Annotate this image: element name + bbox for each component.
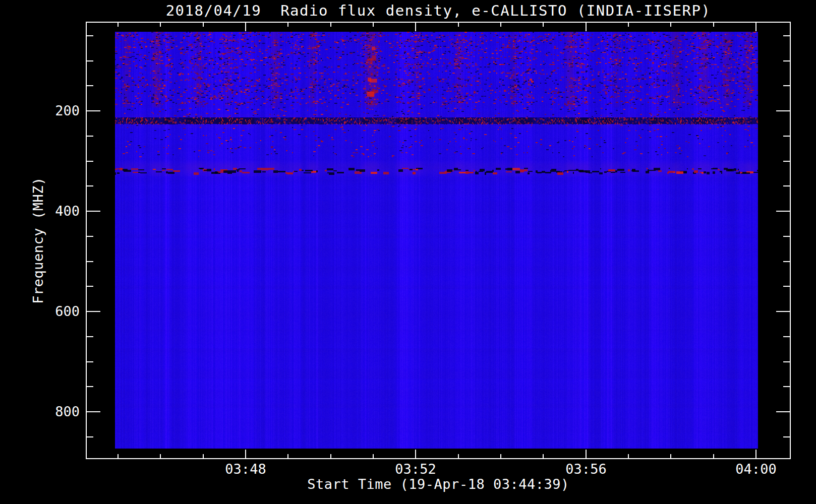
axis-tick [118,22,119,27]
y-tick-label: 800 [23,404,80,420]
axis-tick [500,454,501,459]
axis-tick [628,454,629,459]
axis-tick [458,22,459,27]
axis-tick [118,454,119,459]
axis-tick [245,450,246,459]
axis-tick [86,336,93,337]
axis-tick [783,85,790,86]
axis-tick [86,361,93,362]
axis-tick [458,454,459,459]
axis-tick [783,35,790,36]
axis-tick [86,436,93,437]
axis-tick [160,22,161,27]
spectrogram-page: 2018/04/19 Radio flux density, e-CALLIST… [0,0,816,504]
axis-tick [330,22,331,27]
axis-tick [287,22,288,27]
axis-tick [586,450,587,459]
axis-tick [203,454,204,459]
y-tick-label: 600 [23,303,80,320]
axis-tick [287,454,288,459]
axis-tick [783,436,790,437]
axis-tick [670,454,671,459]
axis-tick [783,336,790,337]
axis-tick [628,22,629,27]
x-tick-label: 03:52 [395,461,436,477]
axis-tick [86,211,100,212]
axis-tick [86,261,93,262]
axis-tick [373,454,374,459]
axis-tick [160,454,161,459]
axis-tick [373,22,374,27]
chart-title: 2018/04/19 Radio flux density, e-CALLIST… [86,2,791,19]
axis-tick [86,311,100,312]
axis-tick [86,60,93,61]
axis-tick [86,185,93,186]
axis-tick [783,386,790,387]
axis-tick [86,35,93,36]
axis-tick [776,110,790,111]
y-tick-label: 200 [23,103,80,119]
axis-tick [755,450,756,459]
axis-tick [86,411,100,412]
x-tick-label: 03:48 [225,461,266,477]
axis-tick [783,185,790,186]
axis-tick [713,454,714,459]
axis-tick [776,211,790,212]
axis-tick [203,22,204,27]
axis-tick [783,136,790,137]
plot-frame [86,22,791,459]
axis-tick [783,161,790,162]
axis-tick [783,236,790,237]
axis-tick [415,22,416,31]
axis-tick [86,110,100,111]
axis-tick [543,22,544,27]
axis-tick [86,161,93,162]
axis-tick [670,22,671,27]
axis-tick [415,450,416,459]
y-axis-label: Frequency (MHZ) [30,177,46,303]
axis-tick [783,361,790,362]
axis-tick [783,60,790,61]
axis-tick [330,454,331,459]
x-tick-label: 04:00 [735,461,776,477]
axis-tick [713,22,714,27]
x-tick-label: 03:56 [565,461,606,477]
axis-tick [776,411,790,412]
axis-tick [586,22,587,31]
axis-tick [783,286,790,287]
axis-tick [783,261,790,262]
axis-tick [86,85,93,86]
axis-tick [500,22,501,27]
axis-tick [245,22,246,31]
axis-tick [86,236,93,237]
axis-tick [776,311,790,312]
axis-tick [755,22,756,31]
axis-tick [86,136,93,137]
axis-tick [543,454,544,459]
axis-tick [86,386,93,387]
x-axis-label: Start Time (19-Apr-18 03:44:39) [86,476,791,492]
axis-tick [86,286,93,287]
